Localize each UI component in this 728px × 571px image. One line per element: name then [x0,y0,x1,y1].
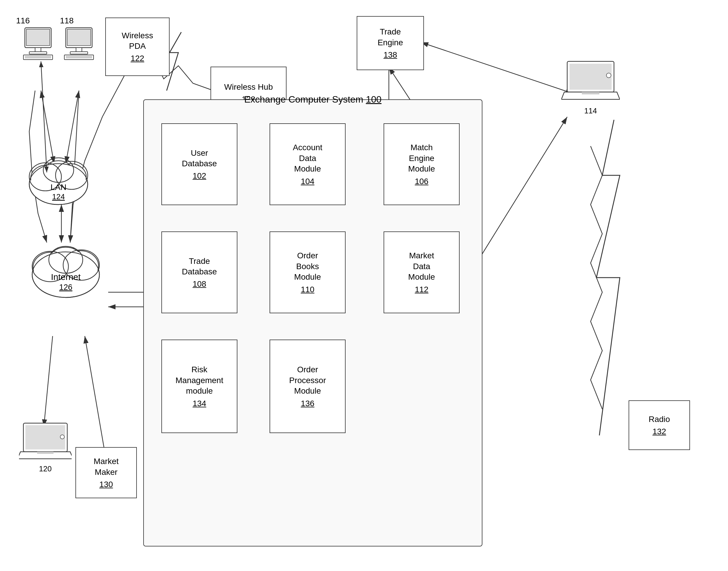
lightning-pda-hub [143,29,219,94]
label-120: 120 [39,464,51,473]
svg-rect-64 [37,452,54,454]
svg-text:LAN: LAN [50,183,66,192]
svg-text:124: 124 [52,192,65,201]
trade-engine-label: TradeEngine [378,27,403,48]
exchange-title: Exchange Computer System 100 [144,94,482,105]
market-maker-box: MarketMaker 130 [76,447,137,498]
laptop-120: 120 [19,421,72,473]
exchange-box: Exchange Computer System 100 UserDatabas… [143,99,483,547]
svg-rect-23 [76,47,82,52]
market-data-module-box: MarketDataModule 112 [384,231,459,313]
svg-rect-24 [70,52,88,54]
account-data-module-box: AccountDataModule 104 [270,123,345,205]
svg-rect-56 [569,64,612,90]
svg-line-12 [421,42,573,94]
laptop-114: 114 [561,59,620,115]
trade-database-box: TradeDatabase 108 [162,231,237,313]
label-118: 118 [60,16,74,25]
svg-rect-20 [25,56,51,59]
svg-rect-26 [66,56,92,59]
svg-rect-17 [35,47,41,52]
svg-point-57 [606,73,611,78]
radio-box: Radio 132 [629,401,690,450]
svg-rect-61 [25,425,65,449]
svg-text:Internet: Internet [51,272,81,282]
wireless-hub-label: Wireless Hub [224,82,273,92]
lightning-right [591,117,637,438]
device-118 [62,26,97,62]
device-116 [20,26,56,62]
label-114: 114 [584,106,597,115]
svg-rect-18 [29,52,47,54]
svg-text:126: 126 [59,283,72,292]
svg-rect-59 [582,92,599,94]
svg-point-62 [60,435,64,439]
svg-line-67 [41,62,47,173]
label-116: 116 [16,16,30,25]
risk-management-module-box: RiskManagementmodule 134 [162,340,237,433]
user-database-box: UserDatabase 102 [162,123,237,205]
svg-rect-16 [26,29,50,45]
diagram: 116 118 WirelessPDA 122 [0,0,728,571]
internet-cloud: Internet 126 [26,237,105,302]
wireless-pda-ref: 122 [131,54,144,63]
trade-engine-ref: 138 [384,50,397,60]
svg-line-13 [477,117,567,263]
order-processor-module-box: OrderProcessorModule 136 [270,340,345,433]
match-engine-module-box: MatchEngineModule 106 [384,123,459,205]
svg-line-8 [44,336,53,427]
svg-rect-22 [67,29,91,45]
trade-engine-box: TradeEngine 138 [357,16,424,70]
arrow-116-lan [17,59,76,175]
order-books-module-box: OrderBooksModule 110 [270,231,345,313]
